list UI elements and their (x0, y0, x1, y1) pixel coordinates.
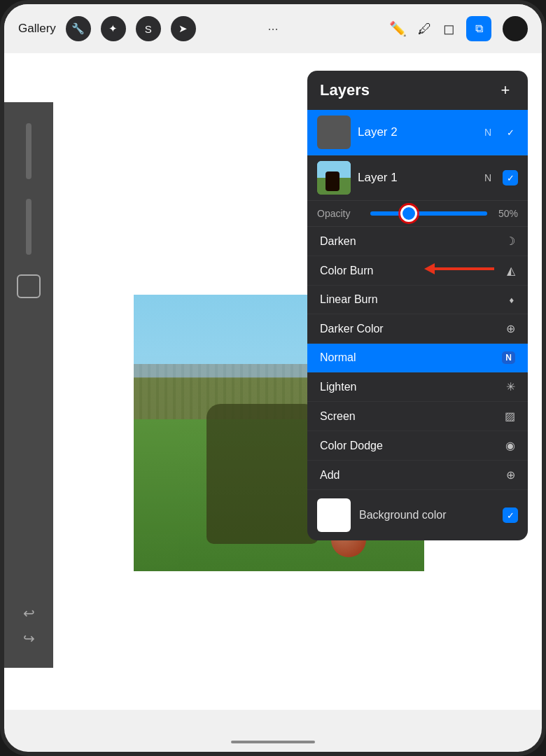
layer-1-name: Layer 1 (358, 171, 477, 185)
wrench-icon[interactable]: 🔧 (66, 16, 91, 41)
blend-mode-color-dodge-label: Color Dodge (320, 440, 383, 452)
smudge-icon[interactable]: S (136, 16, 161, 41)
blend-mode-lighten[interactable]: Lighten ✳ (307, 372, 528, 402)
top-bar-center: ··· (267, 22, 278, 36)
blend-mode-color-burn-label: Color Burn (320, 265, 373, 277)
brush-size-slider[interactable] (26, 123, 31, 179)
blend-mode-darken-label: Darken (320, 235, 356, 248)
layer-1-checkbox[interactable]: ✓ (503, 170, 518, 186)
blend-mode-add-label: Add (320, 469, 340, 482)
opacity-value: 50% (498, 208, 518, 219)
blend-mode-darker-color-label: Darker Color (320, 323, 384, 335)
annotation-arrow (417, 255, 501, 286)
blend-mode-linear-burn-label: Linear Burn (320, 293, 378, 306)
sidebar-bottom: ↩ ↪ (23, 605, 35, 647)
layer-2-name: Layer 2 (358, 125, 477, 139)
blend-mode-darker-color[interactable]: Darker Color ⊕ (307, 314, 528, 344)
layer-2-mode: N (484, 127, 491, 138)
blend-mode-lighten-label: Lighten (320, 381, 357, 393)
linear-burn-icon: ⬧ (508, 293, 515, 306)
more-dots[interactable]: ··· (267, 22, 278, 36)
color-picker[interactable] (503, 16, 528, 41)
layers-panel: Layers + Layer 2 N ✓ Layer 1 N ✓ Opacity (307, 71, 528, 540)
blend-mode-add[interactable]: Add ⊕ (307, 461, 528, 490)
svg-marker-1 (424, 263, 435, 274)
layer-1-mode: N (484, 172, 491, 183)
darker-color-icon: ⊕ (506, 322, 515, 335)
top-bar-right: ✏️ 🖊 ◻ ⧉ (389, 16, 528, 41)
layers-button[interactable]: ⧉ (466, 16, 491, 41)
transform-tool[interactable] (17, 274, 41, 298)
arrow-icon[interactable]: ➤ (171, 16, 196, 41)
opacity-sidebar-slider[interactable] (26, 199, 31, 255)
blend-mode-screen[interactable]: Screen ▨ (307, 402, 528, 431)
gallery-button[interactable]: Gallery (18, 22, 56, 36)
background-color-label: Background color (359, 509, 494, 522)
color-burn-icon: ◭ (507, 264, 515, 277)
background-color-swatch[interactable] (317, 498, 351, 532)
darken-icon: ☽ (505, 234, 515, 248)
background-color-checkbox[interactable]: ✓ (503, 507, 518, 523)
layers-title: Layers (320, 81, 370, 99)
layer-2-checkbox[interactable]: ✓ (503, 125, 518, 140)
nib-icon[interactable]: 🖊 (418, 21, 432, 37)
lighten-icon: ✳ (506, 380, 515, 393)
home-indicator (231, 741, 315, 743)
blend-mode-normal[interactable]: Normal N (307, 344, 528, 372)
opacity-slider[interactable] (370, 211, 487, 216)
blend-mode-screen-label: Screen (320, 410, 356, 423)
eraser-icon[interactable]: ◻ (443, 20, 455, 37)
sidebar: ↩ ↪ (4, 102, 53, 668)
opacity-label: Opacity (317, 208, 359, 219)
layer-1-thumb (317, 161, 351, 195)
layers-header: Layers + (307, 71, 528, 110)
device-frame: Gallery 🔧 ✦ S ➤ ··· ✏️ 🖊 ◻ ⧉ ↩ (0, 0, 546, 756)
pen-icon[interactable]: ✏️ (389, 20, 407, 37)
blend-mode-linear-burn[interactable]: Linear Burn ⬧ (307, 286, 528, 314)
add-icon: ⊕ (506, 468, 515, 482)
opacity-row: Opacity 50% (307, 201, 528, 227)
redo-icon[interactable]: ↪ (23, 630, 35, 647)
blend-mode-color-dodge[interactable]: Color Dodge ◉ (307, 431, 528, 461)
screen-icon: ▨ (505, 410, 515, 423)
top-bar: Gallery 🔧 ✦ S ➤ ··· ✏️ 🖊 ◻ ⧉ (4, 4, 542, 53)
undo-icon[interactable]: ↩ (23, 605, 35, 622)
opacity-thumb[interactable] (400, 205, 417, 222)
color-dodge-icon: ◉ (505, 439, 515, 452)
blend-mode-normal-label: Normal (320, 351, 356, 364)
top-bar-left: Gallery 🔧 ✦ S ➤ (18, 16, 196, 41)
background-color-row[interactable]: Background color ✓ (307, 490, 528, 540)
dog-figure (206, 404, 318, 544)
layer-2-thumb (317, 115, 351, 149)
add-layer-button[interactable]: + (496, 80, 515, 100)
layer-item-2[interactable]: Layer 2 N ✓ (307, 110, 528, 155)
blend-mode-darken[interactable]: Darken ☽ (307, 227, 528, 256)
normal-icon: N (502, 351, 515, 364)
magic-icon[interactable]: ✦ (101, 16, 126, 41)
layer-item-1[interactable]: Layer 1 N ✓ (307, 155, 528, 201)
